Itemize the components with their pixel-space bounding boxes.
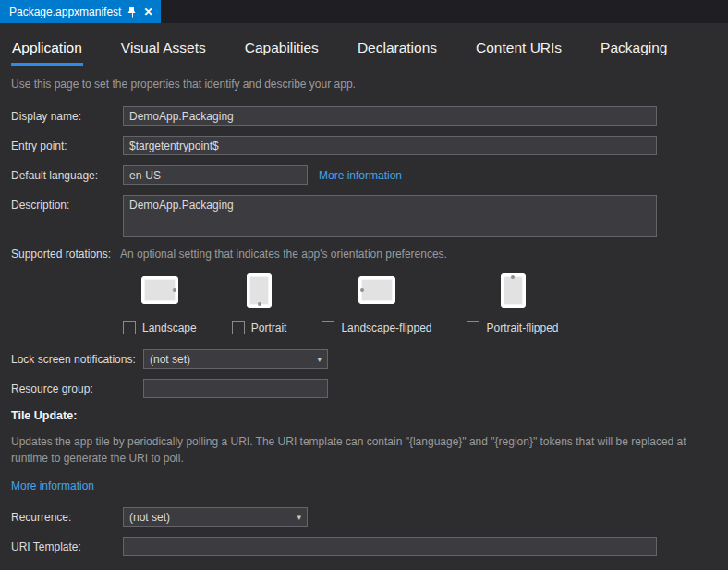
landscape-flipped-checkbox[interactable] — [322, 321, 334, 334]
portrait-flipped-checkbox[interactable] — [467, 321, 479, 334]
page-intro: Use this page to set the properties that… — [0, 66, 728, 91]
application-form: Display name: Entry point: Default langu… — [0, 91, 728, 556]
tile-update-description: Updates the app tile by periodically pol… — [11, 433, 702, 467]
tab-packaging[interactable]: Packaging — [600, 36, 668, 66]
landscape-checkbox[interactable] — [123, 321, 136, 334]
chevron-down-icon: ▾ — [317, 355, 322, 364]
tab-capabilities[interactable]: Capabilities — [244, 36, 320, 66]
portrait-checkbox-label: Portrait — [251, 321, 287, 334]
recurrence-label: Recurrence: — [11, 511, 123, 524]
default-language-more-info-link[interactable]: More information — [319, 169, 402, 182]
resource-group-input[interactable] — [143, 379, 328, 398]
recurrence-dropdown[interactable]: (not set) ▾ — [123, 507, 308, 527]
entry-point-input[interactable] — [123, 136, 657, 155]
display-name-input[interactable] — [123, 106, 657, 126]
tab-content-uris[interactable]: Content URIs — [475, 36, 563, 66]
document-tab[interactable]: Package.appxmanifest ✕ — [0, 0, 161, 23]
landscape-orientation-icon — [141, 276, 178, 304]
portrait-orientation-icon — [247, 273, 272, 308]
default-language-input[interactable] — [123, 165, 308, 185]
document-tab-bar: Package.appxmanifest ✕ — [0, 0, 728, 23]
tab-application[interactable]: Application — [11, 36, 83, 66]
pin-icon[interactable] — [127, 6, 137, 18]
supported-rotations-options: Landscape Portrait Landscape-flipped Por… — [123, 270, 728, 334]
lock-screen-notifications-value: (not set) — [150, 353, 190, 366]
tile-update-more-info-link[interactable]: More information — [11, 479, 94, 492]
default-language-label: Default language: — [11, 169, 123, 182]
lock-screen-notifications-dropdown[interactable]: (not set) ▾ — [143, 349, 328, 369]
tab-visual-assets[interactable]: Visual Assets — [120, 36, 207, 66]
landscape-flipped-orientation-icon — [358, 276, 395, 304]
tile-update-heading: Tile Update: — [11, 409, 728, 422]
display-name-label: Display name: — [11, 110, 123, 123]
supported-rotations-label: Supported rotations: — [11, 248, 111, 261]
portrait-checkbox[interactable] — [232, 321, 245, 334]
tab-declarations[interactable]: Declarations — [357, 36, 438, 66]
uri-template-input[interactable] — [123, 537, 657, 556]
close-icon[interactable]: ✕ — [143, 6, 152, 18]
document-tab-title: Package.appxmanifest — [9, 6, 121, 18]
uri-template-label: URI Template: — [11, 540, 123, 553]
supported-rotations-hint: An optional setting that indicates the a… — [120, 248, 447, 261]
description-label: Description: — [11, 195, 123, 212]
landscape-flipped-checkbox-label: Landscape-flipped — [341, 321, 431, 334]
chevron-down-icon: ▾ — [297, 513, 301, 522]
manifest-tabs: Application Visual Assets Capabilities D… — [0, 23, 728, 66]
recurrence-value: (not set) — [129, 511, 170, 524]
resource-group-label: Resource group: — [11, 382, 143, 395]
lock-screen-notifications-label: Lock screen notifications: — [11, 353, 143, 366]
description-input[interactable]: DemoApp.Packaging — [123, 195, 657, 237]
landscape-checkbox-label: Landscape — [142, 321, 197, 334]
portrait-flipped-checkbox-label: Portrait-flipped — [486, 321, 558, 334]
entry-point-label: Entry point: — [11, 139, 123, 152]
portrait-flipped-orientation-icon — [501, 273, 526, 308]
